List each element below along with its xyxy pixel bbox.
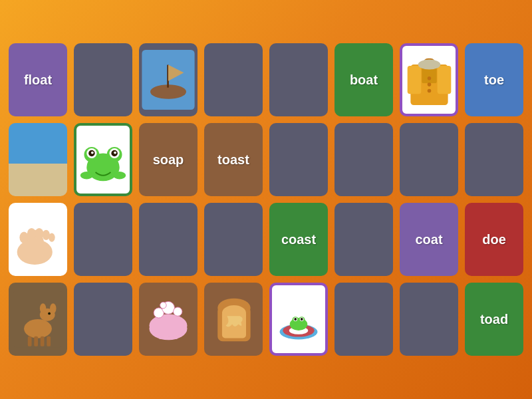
svg-point-29 [27, 228, 36, 239]
card-soap-text[interactable]: soap [139, 123, 198, 196]
card-toast-image[interactable] [204, 283, 263, 356]
card-foot-image[interactable] [9, 203, 67, 276]
deer-icon [13, 291, 63, 348]
card-r1c5[interactable] [334, 123, 393, 196]
card-r1c7[interactable] [465, 123, 523, 196]
svg-point-36 [40, 303, 47, 313]
svg-point-23 [80, 172, 93, 179]
svg-point-47 [174, 307, 182, 316]
card-coat-image[interactable] [400, 43, 458, 116]
svg-rect-9 [422, 83, 437, 105]
card-label: doe [482, 232, 506, 247]
toast-slice-icon [208, 294, 259, 344]
card-boat-text[interactable]: boat [334, 43, 393, 116]
card-label: float [24, 72, 52, 88]
boat-scene-icon [141, 50, 196, 110]
card-label: coat [415, 232, 442, 247]
card-label: toe [484, 72, 504, 88]
svg-point-28 [19, 232, 28, 243]
card-float[interactable]: float [9, 43, 67, 116]
svg-point-34 [24, 319, 52, 338]
svg-rect-39 [34, 336, 38, 346]
svg-point-11 [427, 82, 431, 86]
card-r0c1[interactable] [74, 43, 132, 116]
coat-icon [404, 52, 454, 108]
soap-bar-icon [143, 294, 194, 344]
card-r0c3[interactable] [204, 43, 263, 116]
svg-point-22 [114, 152, 116, 154]
card-r2c5[interactable] [334, 203, 393, 276]
svg-point-42 [48, 313, 51, 315]
card-label: soap [153, 152, 184, 168]
card-r2c3[interactable] [204, 203, 263, 276]
card-label: coast [281, 232, 316, 247]
card-r3c1[interactable] [74, 283, 132, 356]
svg-point-13 [418, 59, 440, 69]
card-deer-image[interactable] [9, 283, 67, 356]
card-r2c2[interactable] [139, 203, 198, 276]
card-r1c6[interactable] [400, 123, 458, 196]
svg-point-62 [294, 318, 297, 321]
frog-icon [78, 134, 128, 185]
svg-point-44 [150, 314, 188, 336]
svg-point-48 [160, 302, 167, 309]
card-r1c4[interactable] [269, 123, 328, 196]
svg-point-21 [91, 152, 94, 154]
card-toe[interactable]: toe [465, 43, 523, 116]
svg-rect-38 [28, 336, 32, 346]
svg-point-10 [427, 76, 431, 80]
svg-point-37 [50, 303, 57, 313]
card-grid: float boat toe [2, 37, 530, 362]
card-toad-float-image[interactable] [269, 283, 328, 356]
card-r3c5[interactable] [334, 283, 393, 356]
card-frog-image[interactable] [74, 123, 132, 196]
svg-rect-7 [407, 65, 421, 93]
card-soap-image[interactable] [139, 283, 198, 356]
card-r2c1[interactable] [74, 203, 132, 276]
svg-rect-41 [47, 336, 51, 346]
svg-point-24 [113, 172, 126, 179]
card-label: boat [350, 72, 378, 88]
card-doe[interactable]: doe [465, 203, 523, 276]
svg-point-30 [35, 228, 43, 239]
svg-point-32 [49, 233, 55, 242]
card-label: toast [217, 152, 249, 168]
svg-rect-8 [437, 65, 451, 93]
card-toast-text[interactable]: toast [204, 123, 263, 196]
card-beach-image[interactable] [9, 123, 67, 196]
card-r3c6[interactable] [400, 283, 458, 356]
card-r0c4[interactable] [269, 43, 328, 116]
card-boat-image[interactable] [139, 43, 198, 116]
svg-point-63 [301, 318, 303, 321]
svg-rect-40 [41, 336, 45, 346]
card-toad[interactable]: toad [465, 283, 523, 356]
foot-icon [13, 211, 63, 268]
card-coast[interactable]: coast [269, 203, 328, 276]
svg-point-12 [427, 88, 431, 92]
card-coat-text[interactable]: coat [400, 203, 458, 276]
toad-float-icon [273, 294, 324, 344]
card-label: toad [480, 312, 508, 327]
